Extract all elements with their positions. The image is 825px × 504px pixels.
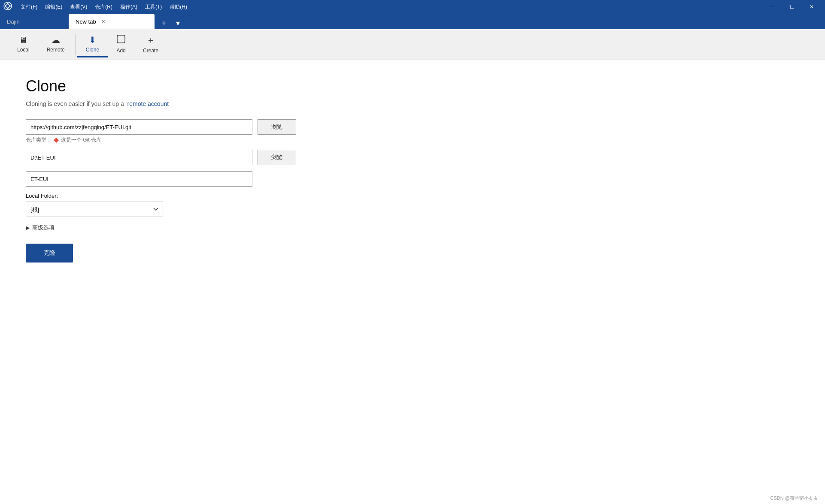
toolbar-add[interactable]: Add (108, 31, 134, 58)
advanced-label: 高级选项 (32, 224, 55, 232)
create-icon: ＋ (146, 34, 155, 46)
add-tab-button[interactable]: + (158, 17, 170, 29)
toolbar-remote-label: Remote (47, 47, 65, 53)
subtitle-text: Cloning is even easier if you set up a (26, 100, 124, 107)
toolbar-create-label: Create (143, 48, 158, 54)
toolbar-divider (75, 34, 76, 55)
toolbar-local-label: Local (17, 47, 30, 53)
git-diamond-icon (53, 137, 59, 143)
tab-close-button[interactable]: ✕ (100, 18, 107, 25)
repo-type-text: 这是一个 Git 仓库 (61, 136, 101, 144)
repo-type-prefix: 仓库类型： (26, 136, 52, 144)
toolbar-create[interactable]: ＋ Create (134, 31, 167, 58)
add-icon (116, 34, 126, 46)
tab-dajin-label: Dajin (7, 18, 20, 25)
minimize-button[interactable]: — (762, 0, 782, 14)
clone-icon: ⬇ (89, 35, 96, 45)
tab-actions: + ▾ (155, 17, 187, 29)
menu-help[interactable]: 帮助(H) (166, 2, 191, 12)
menu-tools[interactable]: 工具(T) (142, 2, 165, 12)
footer-text: CSDN @荷兰猪小友友 (770, 495, 818, 501)
toolbar-clone[interactable]: ⬇ Clone (77, 31, 108, 57)
url-input-row: 浏览 (26, 119, 799, 135)
repo-type-label: 仓库类型： 这是一个 Git 仓库 (26, 136, 799, 144)
path-input-row: 浏览 (26, 150, 799, 165)
toolbar: 🖥 Local ☁ Remote ⬇ Clone Add ＋ Create (0, 29, 825, 60)
footer: CSDN @荷兰猪小友友 (764, 492, 825, 504)
toolbar-local[interactable]: 🖥 Local (9, 32, 38, 57)
advanced-chevron-icon: ▶ (26, 225, 30, 231)
menu-edit[interactable]: 编辑(E) (42, 2, 66, 12)
menu-action[interactable]: 操作(A) (117, 2, 141, 12)
main-content: Clone Cloning is even easier if you set … (0, 60, 825, 280)
name-form-group (26, 171, 799, 187)
local-folder-select-wrapper: [根] (26, 202, 163, 217)
close-button[interactable]: ✕ (802, 0, 822, 14)
title-bar-controls: — ☐ ✕ (762, 0, 822, 14)
local-folder-label: Local Folder: (26, 193, 799, 199)
local-icon: 🖥 (19, 35, 27, 45)
path-form-group: 浏览 (26, 150, 799, 165)
remote-account-link[interactable]: remote account (127, 100, 169, 107)
clone-button[interactable]: 克隆 (26, 244, 73, 263)
app-logo (3, 2, 12, 12)
url-form-group: 浏览 仓库类型： 这是一个 Git 仓库 (26, 119, 799, 144)
local-folder-select[interactable]: [根] (26, 202, 163, 217)
tab-dajin[interactable]: Dajin (0, 14, 69, 29)
menu-bar: 文件(F) 编辑(E) 查看(V) 仓库(R) 操作(A) 工具(T) 帮助(H… (17, 2, 191, 12)
subtitle: Cloning is even easier if you set up a r… (26, 100, 799, 107)
tab-new-tab-label: New tab (76, 18, 96, 25)
menu-file[interactable]: 文件(F) (17, 2, 41, 12)
remote-icon: ☁ (52, 35, 60, 45)
path-input[interactable] (26, 150, 252, 165)
local-folder-group: Local Folder: [根] (26, 193, 799, 217)
tab-dropdown-button[interactable]: ▾ (172, 17, 184, 29)
tab-bar: Dajin New tab ✕ + ▾ (0, 14, 825, 29)
svg-rect-1 (117, 35, 125, 43)
title-bar: 文件(F) 编辑(E) 查看(V) 仓库(R) 操作(A) 工具(T) 帮助(H… (0, 0, 825, 14)
menu-repo[interactable]: 仓库(R) (91, 2, 116, 12)
menu-view[interactable]: 查看(V) (67, 2, 91, 12)
toolbar-add-label: Add (116, 48, 125, 54)
tab-new-tab[interactable]: New tab ✕ (69, 14, 155, 29)
title-bar-left: 文件(F) 编辑(E) 查看(V) 仓库(R) 操作(A) 工具(T) 帮助(H… (3, 2, 191, 12)
page-title: Clone (26, 77, 799, 95)
name-input[interactable] (26, 171, 252, 187)
advanced-section[interactable]: ▶ 高级选项 (26, 224, 799, 232)
url-input[interactable] (26, 119, 252, 135)
toolbar-clone-label: Clone (86, 47, 99, 53)
maximize-button[interactable]: ☐ (782, 0, 802, 14)
browse-button-1[interactable]: 浏览 (258, 119, 296, 135)
svg-marker-2 (54, 138, 59, 143)
browse-button-2[interactable]: 浏览 (258, 150, 296, 165)
toolbar-remote[interactable]: ☁ Remote (38, 31, 73, 57)
